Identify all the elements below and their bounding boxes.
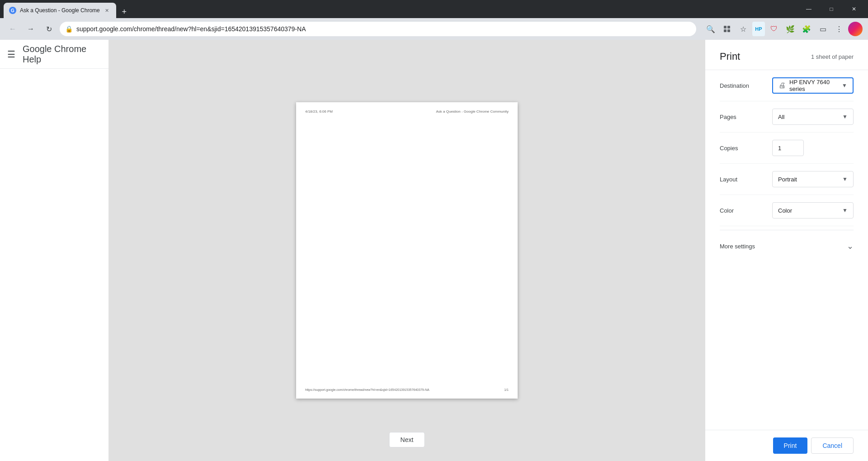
- back-button[interactable]: ←: [5, 22, 20, 36]
- address-bar[interactable]: 🔒 support.google.com/chrome/thread/new?h…: [60, 22, 696, 36]
- destination-control: 🖨 HP ENVY 7640 series ▼: [772, 77, 854, 94]
- more-settings-chevron-icon: ⌄: [847, 241, 854, 251]
- destination-label: Destination: [720, 82, 765, 89]
- site-title: Google Chrome Help: [23, 44, 101, 65]
- print-settings-body: Destination 🖨 HP ENVY 7640 series ▼: [705, 70, 868, 430]
- print-page-url: https://support.google.com/chrome/thread…: [305, 388, 429, 391]
- printer-icon: 🖨: [778, 81, 786, 90]
- copies-label: Copies: [720, 145, 765, 152]
- url-text: support.google.com/chrome/thread/new?hl=…: [76, 25, 691, 33]
- minimize-button[interactable]: —: [798, 2, 819, 16]
- sheet-count: 1 sheet of paper: [811, 53, 854, 60]
- toolbar-icons: 🔍 ☆ HP 🛡 🌿 🧩 ▭ ⋮: [703, 22, 863, 36]
- layout-label: Layout: [720, 176, 765, 183]
- page-content: ☰ Google Chrome Help 4/18/23, 6:06 PM As…: [0, 40, 868, 461]
- print-dialog-title: Print: [720, 51, 740, 62]
- copies-row: Copies: [720, 133, 854, 164]
- more-settings-row[interactable]: More settings ⌄: [720, 234, 854, 258]
- print-preview-area: 4/18/23, 6:06 PM Ask a Question - Google…: [108, 40, 705, 461]
- layout-row: Layout Portrait ▼: [720, 164, 854, 195]
- sidebar-toggle-icon[interactable]: ▭: [816, 22, 830, 36]
- star-icon[interactable]: ☆: [736, 22, 750, 36]
- destination-select[interactable]: 🖨 HP ENVY 7640 series ▼: [772, 77, 854, 94]
- window-controls: — □ ✕: [798, 2, 864, 16]
- svg-rect-0: [724, 26, 726, 29]
- maximize-button[interactable]: □: [821, 2, 842, 16]
- copies-control: [772, 140, 854, 156]
- website-sidebar: ☰ Google Chrome Help: [0, 40, 108, 461]
- print-button[interactable]: Print: [773, 437, 808, 454]
- destination-arrow-icon: ▼: [842, 82, 847, 89]
- color-value: Color: [778, 207, 842, 214]
- pages-arrow-icon: ▼: [842, 114, 848, 120]
- print-settings-header: Print 1 sheet of paper: [705, 40, 868, 70]
- tab-title: Ask a Question - Google Chrome: [20, 7, 100, 14]
- hp-icon[interactable]: HP: [752, 22, 765, 36]
- tab-close-button[interactable]: ✕: [104, 7, 111, 14]
- puzzle-icon[interactable]: 🧩: [799, 22, 814, 36]
- destination-row: Destination 🖨 HP ENVY 7640 series ▼: [720, 70, 854, 101]
- cancel-button[interactable]: Cancel: [811, 437, 854, 454]
- security-icon: 🔒: [65, 25, 73, 33]
- color-select[interactable]: Color ▼: [772, 202, 854, 219]
- svg-rect-3: [727, 29, 730, 32]
- search-icon[interactable]: 🔍: [703, 22, 718, 36]
- new-tab-button[interactable]: +: [118, 5, 131, 18]
- destination-value: HP ENVY 7640 series: [789, 79, 842, 92]
- sidebar-header: ☰ Google Chrome Help: [0, 40, 108, 69]
- pages-control: All ▼: [772, 109, 854, 125]
- pages-value: All: [778, 114, 842, 120]
- pages-row: Pages All ▼: [720, 101, 854, 133]
- copies-input[interactable]: [772, 140, 804, 156]
- address-bar-row: ← → ↻ 🔒 support.google.com/chrome/thread…: [0, 18, 868, 40]
- settings-divider: [720, 230, 854, 230]
- layout-control: Portrait ▼: [772, 171, 854, 187]
- svg-rect-1: [727, 26, 730, 29]
- forward-button[interactable]: →: [24, 22, 38, 36]
- shield-icon[interactable]: 🛡: [767, 22, 781, 36]
- next-button[interactable]: Next: [389, 432, 425, 447]
- title-bar: G Ask a Question - Google Chrome ✕ + — □…: [0, 0, 868, 18]
- close-button[interactable]: ✕: [844, 2, 864, 16]
- pages-label: Pages: [720, 114, 765, 120]
- print-page-title: Ask a Question - Google Chrome Community: [436, 109, 509, 114]
- tab-favicon: G: [9, 7, 16, 14]
- color-label: Color: [720, 207, 765, 214]
- print-settings-footer: Print Cancel: [705, 430, 868, 461]
- color-row: Color Color ▼: [720, 195, 854, 226]
- print-page-header: 4/18/23, 6:06 PM Ask a Question - Google…: [305, 109, 509, 114]
- layout-arrow-icon: ▼: [842, 176, 848, 182]
- print-page: 4/18/23, 6:06 PM Ask a Question - Google…: [296, 102, 518, 399]
- color-arrow-icon: ▼: [842, 207, 848, 214]
- leaf-icon[interactable]: 🌿: [783, 22, 797, 36]
- more-settings-label: More settings: [720, 243, 755, 250]
- avatar[interactable]: [848, 22, 863, 36]
- hamburger-icon[interactable]: ☰: [7, 49, 15, 60]
- extensions-icon[interactable]: [720, 22, 734, 36]
- active-tab[interactable]: G Ask a Question - Google Chrome ✕: [4, 3, 116, 18]
- print-overlay: 4/18/23, 6:06 PM Ask a Question - Google…: [108, 40, 868, 461]
- layout-value: Portrait: [778, 176, 842, 183]
- next-button-container: Next: [389, 432, 425, 447]
- color-control: Color ▼: [772, 202, 854, 219]
- print-page-date: 4/18/23, 6:06 PM: [305, 109, 333, 114]
- refresh-button[interactable]: ↻: [42, 22, 56, 36]
- print-page-footer: https://support.google.com/chrome/thread…: [305, 388, 509, 391]
- svg-rect-2: [724, 29, 726, 32]
- pages-select[interactable]: All ▼: [772, 109, 854, 125]
- profile-menu-icon[interactable]: ⋮: [832, 22, 846, 36]
- layout-select[interactable]: Portrait ▼: [772, 171, 854, 187]
- print-settings-panel: Print 1 sheet of paper Destination 🖨 HP …: [705, 40, 868, 461]
- tab-bar: G Ask a Question - Google Chrome ✕ +: [4, 0, 131, 18]
- website-content: 4/18/23, 6:06 PM Ask a Question - Google…: [108, 40, 868, 461]
- browser-frame: G Ask a Question - Google Chrome ✕ + — □…: [0, 0, 868, 461]
- print-page-number: 1/1: [504, 388, 509, 391]
